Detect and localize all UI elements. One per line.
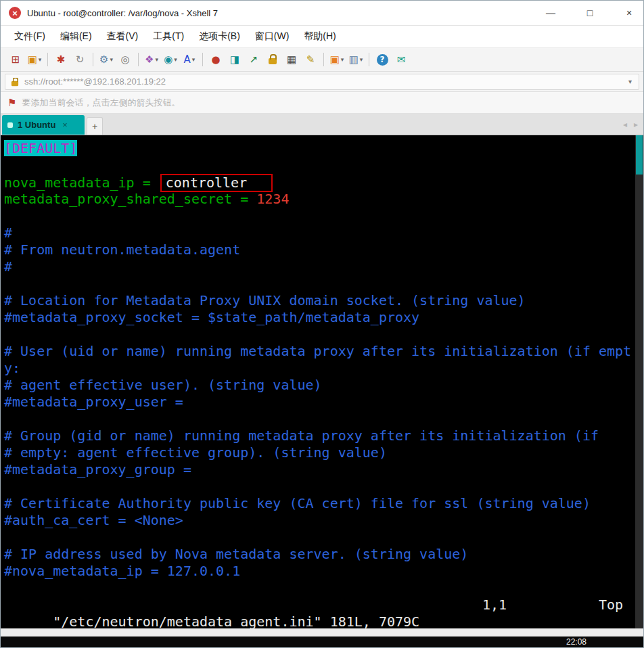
terminal-scrollbar[interactable] — [635, 135, 643, 628]
terminal-line — [4, 326, 634, 343]
dropdown-caret-icon[interactable]: ▾ — [360, 56, 363, 63]
new-session-button[interactable]: ⊞ — [7, 51, 24, 68]
terminal-line — [4, 478, 634, 495]
terminal-text-segment: # User (uid or name) running metadata pr… — [4, 343, 631, 359]
terminal-line: # IP address used by Nova metadata serve… — [4, 546, 634, 563]
transfer-new-file-button[interactable]: ▣▾ — [328, 51, 346, 68]
annotation-red-box: controller — [160, 174, 273, 192]
terminal-text-segment: #auth_ca_cert = <None> — [4, 512, 183, 528]
toolbar-separator — [47, 53, 48, 66]
terminal-line — [4, 411, 634, 427]
color-scheme-button[interactable]: ❖▾ — [143, 51, 160, 68]
terminal-line — [4, 208, 634, 225]
new-tab-button[interactable]: + — [87, 117, 103, 135]
highlight-pen-button[interactable]: ✎ — [302, 51, 319, 68]
terminal-line: # User (uid or name) running metadata pr… — [4, 343, 634, 360]
search-button[interactable]: ◎ — [116, 51, 134, 68]
toolbar: ⊞▣▾✱↻⚙▾◎❖▾◉▾A▾●◨↗▦✎▣▾▥▾?✉ — [1, 48, 643, 72]
tab-scroll-left-icon[interactable]: ◂ — [623, 120, 627, 129]
ssl-lock-icon — [12, 80, 18, 86]
terminal-line: nova_metadata_ip = controller — [4, 174, 634, 191]
tab-ubuntu[interactable]: 1 Ubuntu × — [2, 115, 85, 135]
dropdown-caret-icon[interactable]: ▾ — [155, 56, 158, 63]
terminal-line: [DEFAULT] — [4, 140, 634, 157]
menu-item-tab[interactable]: 选项卡(B) — [192, 27, 247, 46]
dropdown-caret-icon[interactable]: ▾ — [174, 56, 177, 63]
taskbar-strip: 22:08 — [1, 637, 643, 647]
reconnect-button[interactable]: ↻ — [71, 51, 89, 68]
minimize-button[interactable]: — — [540, 4, 561, 22]
lock-icon — [269, 58, 277, 64]
open-session-button[interactable]: ▣▾ — [26, 51, 43, 68]
dropdown-caret-icon[interactable]: ▾ — [341, 56, 344, 63]
xftp-icon: ◨ — [230, 55, 239, 65]
terminal-text-segment: # — [4, 225, 12, 241]
xmanager-button[interactable]: ● — [207, 51, 225, 68]
session-settings-icon: ⚙ — [99, 55, 108, 65]
feedback-icon: ✉ — [397, 55, 406, 65]
vim-file-info: "/etc/neutron/metadata_agent.ini" 181L, … — [53, 614, 419, 628]
flag-icon: ⚑ — [7, 97, 16, 109]
terminal-line: #auth_ca_cert = <None> — [4, 512, 634, 529]
session-settings-button[interactable]: ⚙▾ — [97, 51, 115, 68]
highlight-pen-icon: ✎ — [306, 55, 315, 65]
tab-scroll-right-icon[interactable]: ▸ — [634, 120, 638, 129]
fullscreen-button[interactable]: ↗ — [245, 51, 262, 68]
transfer-new-file-icon: ▣ — [330, 55, 340, 65]
toolbar-separator — [369, 53, 369, 66]
layout-button[interactable]: ▥▾ — [347, 51, 365, 68]
disconnect-icon: ✱ — [57, 55, 66, 65]
font-button[interactable]: A▾ — [181, 51, 198, 68]
keyboard-icon: ▦ — [287, 55, 296, 65]
terminal-line: # Group (gid or name) running metadata p… — [4, 427, 634, 444]
address-dropdown-icon[interactable]: ▾ — [627, 78, 633, 85]
terminal-text-segment: # empty: agent effective group). (string… — [4, 444, 387, 461]
status-bar-strip — [1, 628, 643, 637]
search-icon: ◎ — [120, 55, 129, 65]
terminal-text-segment: [DEFAULT] — [4, 140, 77, 156]
xshell-logo-icon: × — [9, 7, 21, 19]
xmanager-icon: ● — [211, 55, 220, 65]
tab-bar: 1 Ubuntu × + ◂ ▸ — [1, 114, 643, 135]
keyboard-button[interactable]: ▦ — [283, 51, 300, 68]
terminal-text-segment: #metadata_proxy_user = — [4, 394, 183, 410]
menu-item-help[interactable]: 帮助(H) — [297, 27, 342, 46]
terminal-line: # From neutron.metadata.agent — [4, 241, 634, 258]
encoding-globe-button[interactable]: ◉▾ — [162, 51, 179, 68]
terminal-line: # — [4, 258, 634, 275]
address-bar[interactable]: ssh://root:******@192.168.201.19:22 ▾ — [5, 74, 639, 90]
help-icon: ? — [377, 54, 388, 66]
scrollbar-thumb[interactable] — [636, 135, 643, 175]
terminal-line: #metadata_proxy_socket = $state_path/met… — [4, 309, 634, 326]
menu-item-edit[interactable]: 编辑(E) — [53, 27, 99, 46]
maximize-button[interactable]: □ — [580, 4, 600, 22]
vim-scroll-position: Top — [599, 597, 623, 614]
dropdown-caret-icon[interactable]: ▾ — [39, 56, 42, 63]
close-button[interactable]: × — [619, 4, 639, 22]
tab-close-icon[interactable]: × — [62, 120, 68, 130]
terminal-text-segment: # From neutron.metadata.agent — [4, 241, 240, 258]
terminal-text-segment: #metadata_proxy_group = — [4, 461, 191, 478]
terminal[interactable]: [DEFAULT] nova_metadata_ip = controllerm… — [1, 135, 643, 628]
help-button[interactable]: ? — [373, 51, 391, 68]
menu-item-file[interactable]: 文件(F) — [7, 27, 52, 46]
title-bar: × Ubuntu - root@controller: /var/log/nov… — [1, 1, 643, 26]
terminal-line: #metadata_proxy_user = — [4, 394, 634, 411]
terminal-line: #metadata_proxy_group = — [4, 461, 634, 478]
lock-button[interactable] — [264, 51, 281, 68]
disconnect-button[interactable]: ✱ — [52, 51, 70, 68]
menu-item-tools[interactable]: 工具(T) — [146, 27, 191, 46]
taskbar-clock[interactable]: 22:08 — [566, 637, 586, 647]
feedback-button[interactable]: ✉ — [392, 51, 410, 68]
dropdown-caret-icon[interactable]: ▾ — [192, 56, 196, 63]
menu-item-view[interactable]: 查看(V) — [100, 27, 145, 46]
info-bar: ⚑ 要添加当前会话，点击左侧的箭头按钮。 — [1, 92, 643, 114]
terminal-line: metadata_proxy_shared_secret = 1234 — [4, 191, 634, 208]
reconnect-icon: ↻ — [76, 55, 85, 65]
xftp-button[interactable]: ◨ — [226, 51, 244, 68]
terminal-line — [4, 275, 634, 292]
open-session-icon: ▣ — [28, 55, 37, 65]
fullscreen-icon: ↗ — [250, 55, 258, 65]
dropdown-caret-icon[interactable]: ▾ — [110, 56, 113, 63]
menu-item-window[interactable]: 窗口(W) — [248, 27, 296, 46]
